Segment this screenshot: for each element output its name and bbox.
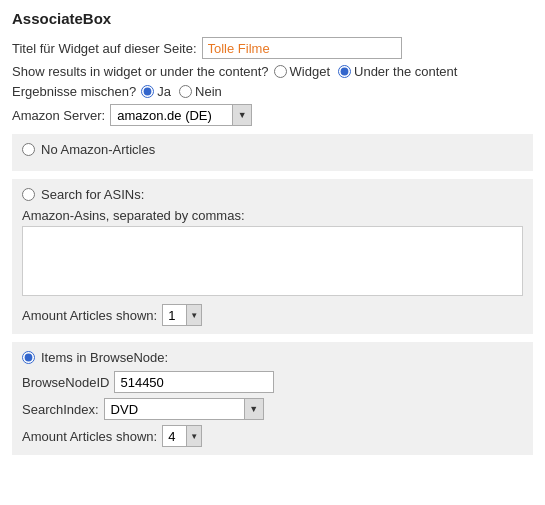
browse-node-amount-select[interactable]: 1 2 3 4 5: [162, 425, 202, 447]
page-title: AssociateBox: [12, 10, 533, 27]
show-results-row: Show results in widget or under the cont…: [12, 64, 533, 79]
widget-radio-label[interactable]: Widget: [274, 64, 330, 79]
amazon-server-label: Amazon Server:: [12, 108, 105, 123]
no-articles-section: No Amazon-Articles: [12, 134, 533, 171]
no-articles-header: No Amazon-Articles: [22, 142, 523, 157]
widget-radio[interactable]: [274, 65, 287, 78]
title-input[interactable]: [202, 37, 402, 59]
nein-radio-label[interactable]: Nein: [179, 84, 222, 99]
title-field-row: Titel für Widget auf dieser Seite:: [12, 37, 533, 59]
widget-label: Widget: [290, 64, 330, 79]
under-content-radio[interactable]: [338, 65, 351, 78]
search-index-label: SearchIndex:: [22, 402, 99, 417]
ja-radio[interactable]: [141, 85, 154, 98]
amazon-server-select[interactable]: amazon.de (DE) amazon.com (US) amazon.co…: [110, 104, 252, 126]
nein-label: Nein: [195, 84, 222, 99]
search-asins-section: Search for ASINs: Amazon-Asins, separate…: [12, 179, 533, 334]
amazon-server-row: Amazon Server: amazon.de (DE) amazon.com…: [12, 104, 533, 126]
asins-textarea[interactable]: [22, 226, 523, 296]
search-asins-label: Search for ASINs:: [41, 187, 144, 202]
search-asins-header: Search for ASINs:: [22, 187, 523, 202]
show-results-label: Show results in widget or under the cont…: [12, 64, 269, 79]
browse-node-radio[interactable]: [22, 351, 35, 364]
asins-amount-select-wrapper: 1 2 3 4 5 ▼: [162, 304, 202, 326]
under-content-label: Under the content: [354, 64, 457, 79]
browse-node-header: Items in BrowseNode:: [22, 350, 523, 365]
ergebnisse-row: Ergebnisse mischen? Ja Nein: [12, 84, 533, 99]
browse-node-id-input[interactable]: [114, 371, 274, 393]
browse-node-id-row: BrowseNodeID: [22, 371, 523, 393]
ja-label: Ja: [157, 84, 171, 99]
under-content-radio-label[interactable]: Under the content: [338, 64, 457, 79]
search-index-select-wrapper: DVD Books Music Electronics ▼: [104, 398, 264, 420]
search-asins-radio[interactable]: [22, 188, 35, 201]
search-index-select[interactable]: DVD Books Music Electronics: [104, 398, 264, 420]
ergebnisse-label: Ergebnisse mischen?: [12, 84, 136, 99]
nein-radio[interactable]: [179, 85, 192, 98]
browse-node-id-label: BrowseNodeID: [22, 375, 109, 390]
amazon-server-select-wrapper: amazon.de (DE) amazon.com (US) amazon.co…: [110, 104, 252, 126]
no-articles-radio[interactable]: [22, 143, 35, 156]
asins-amount-row: Amount Articles shown: 1 2 3 4 5 ▼: [22, 304, 523, 326]
asins-amount-label: Amount Articles shown:: [22, 308, 157, 323]
title-label: Titel für Widget auf dieser Seite:: [12, 41, 197, 56]
browse-node-amount-row: Amount Articles shown: 1 2 3 4 5 ▼: [22, 425, 523, 447]
browse-node-amount-label: Amount Articles shown:: [22, 429, 157, 444]
browse-node-section: Items in BrowseNode: BrowseNodeID Search…: [12, 342, 533, 455]
browse-node-label: Items in BrowseNode:: [41, 350, 168, 365]
asins-amount-select[interactable]: 1 2 3 4 5: [162, 304, 202, 326]
search-index-row: SearchIndex: DVD Books Music Electronics…: [22, 398, 523, 420]
browse-node-amount-select-wrapper: 1 2 3 4 5 ▼: [162, 425, 202, 447]
asins-sublabel: Amazon-Asins, separated by commas:: [22, 208, 523, 223]
ja-radio-label[interactable]: Ja: [141, 84, 171, 99]
no-articles-label: No Amazon-Articles: [41, 142, 155, 157]
